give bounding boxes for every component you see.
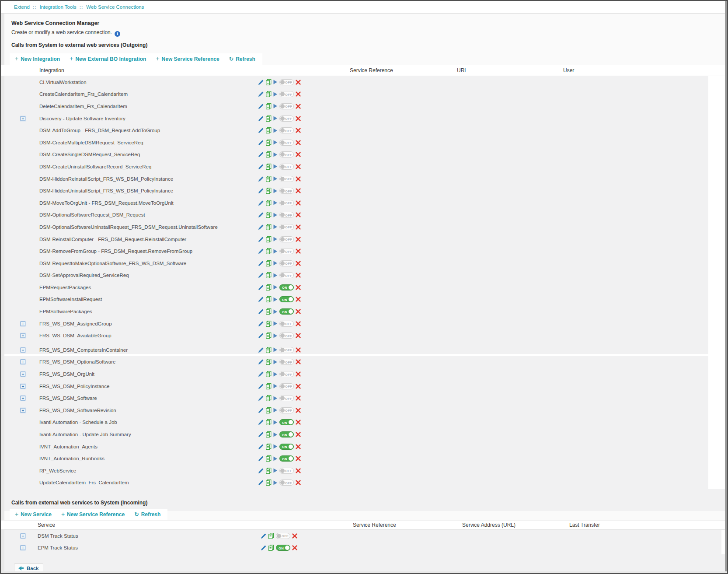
expand-plus-icon[interactable]	[21, 321, 25, 326]
expand-plus-icon[interactable]	[21, 408, 25, 413]
copy-icon[interactable]	[265, 308, 272, 315]
run-play-icon[interactable]	[273, 189, 278, 193]
toggle-off[interactable]: OFF	[279, 332, 294, 339]
toggle-off[interactable]: OFF	[279, 383, 294, 389]
toggle-off[interactable]: OFF	[279, 176, 294, 182]
copy-icon[interactable]	[265, 455, 272, 462]
expand-plus-icon[interactable]	[21, 360, 25, 364]
edit-pencil-icon[interactable]	[258, 80, 264, 85]
copy-icon[interactable]	[265, 164, 272, 170]
run-play-icon[interactable]	[273, 237, 278, 242]
run-play-icon[interactable]	[273, 104, 278, 108]
toggle-on[interactable]: ON	[279, 308, 294, 315]
toggle-off[interactable]: OFF	[279, 480, 294, 486]
run-play-icon[interactable]	[273, 347, 278, 352]
run-play-icon[interactable]	[273, 152, 278, 157]
copy-icon[interactable]	[268, 533, 274, 539]
delete-x-icon[interactable]	[296, 248, 301, 254]
toggle-on[interactable]: ON	[279, 284, 294, 290]
run-play-icon[interactable]	[273, 249, 278, 254]
edit-pencil-icon[interactable]	[258, 188, 264, 193]
run-play-icon[interactable]	[273, 456, 278, 461]
run-play-icon[interactable]	[273, 372, 278, 377]
delete-x-icon[interactable]	[296, 333, 301, 338]
edit-pencil-icon[interactable]	[261, 545, 266, 550]
toggle-on[interactable]: ON	[279, 296, 294, 302]
copy-icon[interactable]	[265, 332, 272, 339]
toggle-off[interactable]: OFF	[279, 103, 294, 109]
run-play-icon[interactable]	[273, 480, 278, 485]
run-play-icon[interactable]	[273, 261, 278, 266]
toggle-on[interactable]: ON	[279, 431, 294, 438]
toggle-off[interactable]: OFF	[279, 407, 294, 413]
copy-icon[interactable]	[265, 419, 272, 425]
toggle-off[interactable]: OFF	[279, 91, 294, 97]
delete-x-icon[interactable]	[296, 347, 301, 353]
run-play-icon[interactable]	[273, 468, 278, 473]
copy-icon[interactable]	[265, 321, 272, 327]
run-play-icon[interactable]	[273, 408, 278, 413]
run-play-icon[interactable]	[273, 432, 278, 437]
edit-pencil-icon[interactable]	[258, 212, 264, 217]
edit-pencil-icon[interactable]	[258, 91, 264, 97]
delete-x-icon[interactable]	[296, 116, 301, 121]
edit-pencil-icon[interactable]	[258, 371, 264, 377]
edit-pencil-icon[interactable]	[261, 533, 266, 539]
copy-icon[interactable]	[265, 103, 272, 109]
edit-pencil-icon[interactable]	[258, 347, 264, 353]
copy-icon[interactable]	[265, 116, 272, 122]
toggle-on[interactable]: ON	[279, 419, 294, 425]
edit-pencil-icon[interactable]	[258, 432, 264, 437]
toolbar-button[interactable]: New Service Reference	[156, 56, 219, 62]
run-play-icon[interactable]	[273, 420, 278, 425]
toggle-off[interactable]: OFF	[279, 248, 294, 254]
run-play-icon[interactable]	[273, 200, 278, 205]
edit-pencil-icon[interactable]	[258, 285, 264, 290]
delete-x-icon[interactable]	[296, 420, 301, 425]
copy-icon[interactable]	[265, 371, 272, 377]
toggle-off[interactable]: OFF	[279, 359, 294, 365]
run-play-icon[interactable]	[273, 128, 278, 133]
toggle-off[interactable]: OFF	[279, 79, 294, 85]
delete-x-icon[interactable]	[296, 456, 301, 461]
copy-icon[interactable]	[265, 176, 272, 182]
toolbar-button[interactable]: Refresh	[229, 56, 255, 62]
copy-icon[interactable]	[265, 200, 272, 206]
run-play-icon[interactable]	[273, 384, 278, 388]
toolbar-button[interactable]: New Integration	[15, 56, 60, 62]
expand-plus-icon[interactable]	[21, 333, 25, 338]
copy-icon[interactable]	[265, 212, 272, 218]
toggle-off[interactable]: OFF	[279, 127, 294, 133]
edit-pencil-icon[interactable]	[258, 164, 264, 169]
edit-pencil-icon[interactable]	[258, 297, 264, 302]
edit-pencil-icon[interactable]	[258, 200, 264, 206]
run-play-icon[interactable]	[273, 321, 278, 326]
run-play-icon[interactable]	[273, 444, 278, 449]
toggle-off[interactable]: OFF	[279, 371, 294, 377]
copy-icon[interactable]	[265, 444, 272, 450]
copy-icon[interactable]	[265, 383, 272, 389]
run-play-icon[interactable]	[273, 140, 278, 145]
edit-pencil-icon[interactable]	[258, 224, 264, 230]
toggle-off[interactable]: OFF	[279, 395, 294, 401]
toggle-on[interactable]: ON	[279, 444, 294, 450]
delete-x-icon[interactable]	[296, 80, 301, 85]
copy-icon[interactable]	[265, 359, 272, 365]
copy-icon[interactable]	[268, 545, 274, 551]
breadcrumb-web-service-connections[interactable]: Web Service Connections	[86, 4, 144, 10]
delete-x-icon[interactable]	[296, 285, 301, 290]
toggle-off[interactable]: OFF	[279, 236, 294, 242]
toggle-off[interactable]: OFF	[279, 140, 294, 146]
edit-pencil-icon[interactable]	[258, 261, 264, 266]
toolbar-button[interactable]: New Service Reference	[61, 511, 125, 518]
delete-x-icon[interactable]	[296, 261, 301, 266]
copy-icon[interactable]	[265, 140, 272, 146]
toggle-off[interactable]: OFF	[279, 200, 294, 206]
edit-pencil-icon[interactable]	[258, 321, 264, 326]
delete-x-icon[interactable]	[296, 273, 301, 278]
copy-icon[interactable]	[265, 284, 272, 290]
run-play-icon[interactable]	[273, 309, 278, 314]
copy-icon[interactable]	[265, 480, 272, 486]
copy-icon[interactable]	[265, 272, 272, 278]
toolbar-button[interactable]: Refresh	[134, 511, 160, 518]
